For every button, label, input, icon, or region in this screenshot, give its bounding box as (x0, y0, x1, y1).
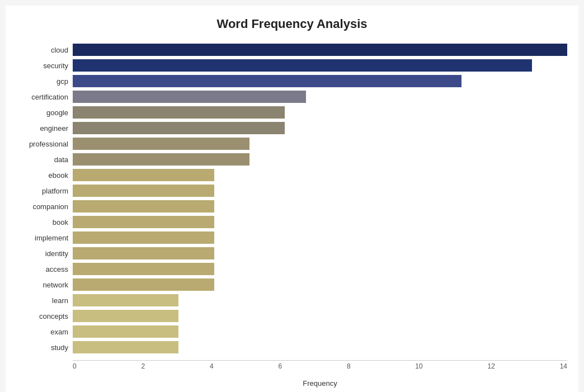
bar-track-wrapper (73, 122, 567, 134)
bar-fill (73, 59, 532, 72)
bar-track (73, 59, 567, 72)
bar-track (73, 138, 567, 150)
bar-row: professional (17, 136, 567, 151)
bar-fill (73, 200, 214, 212)
x-tick: 8 (347, 362, 351, 370)
bar-track (73, 247, 567, 259)
x-tick: 12 (487, 362, 494, 370)
bar-fill (73, 106, 285, 119)
bar-row: identity (17, 246, 567, 261)
x-tick: 4 (210, 362, 214, 370)
x-tick: 0 (73, 362, 77, 370)
x-tick: 2 (141, 362, 145, 370)
bar-label: professional (17, 140, 73, 148)
bar-track (73, 185, 567, 197)
bar-fill (73, 341, 178, 353)
bar-track-wrapper (73, 294, 567, 306)
bar-track-wrapper (73, 232, 567, 244)
bar-label: platform (17, 187, 73, 195)
bar-fill (73, 278, 214, 291)
bar-row: concepts (17, 309, 567, 323)
x-axis-area: 02468101214 (73, 360, 567, 377)
bar-label: implement (17, 234, 73, 242)
bar-track-wrapper (73, 278, 567, 291)
bar-row: google (17, 105, 567, 120)
bar-track (73, 294, 567, 306)
bar-label: network (17, 281, 73, 289)
bar-row: engineer (17, 121, 567, 135)
bar-fill (73, 185, 214, 197)
bar-track (73, 44, 567, 56)
bar-track (73, 232, 567, 244)
bar-track (73, 325, 567, 338)
bar-fill (73, 169, 214, 181)
bar-track-wrapper (73, 106, 567, 119)
bar-label: learn (17, 296, 73, 305)
bar-fill (73, 310, 178, 322)
bar-track (73, 153, 567, 166)
bar-fill (73, 138, 249, 150)
bar-track-wrapper (73, 185, 567, 197)
bar-row: network (17, 277, 567, 292)
bar-label: cloud (17, 46, 73, 54)
bar-label: gcp (17, 77, 73, 86)
bar-fill (73, 153, 249, 166)
bar-track (73, 200, 567, 212)
bar-label: exam (17, 328, 73, 336)
bar-track-wrapper (73, 247, 567, 259)
bar-track (73, 278, 567, 291)
bar-label: access (17, 265, 73, 273)
x-axis-label: Frequency (73, 379, 567, 388)
x-tick: 10 (415, 362, 422, 370)
chart-container: Word Frequency Analysis cloudsecuritygcp… (6, 6, 578, 392)
bar-row: certification (17, 89, 567, 104)
bar-label: book (17, 218, 73, 226)
bar-track (73, 122, 567, 134)
bar-track (73, 106, 567, 119)
bar-row: security (17, 58, 567, 73)
bar-fill (73, 263, 214, 275)
bar-track-wrapper (73, 91, 567, 103)
bar-fill (73, 247, 214, 259)
bar-track-wrapper (73, 310, 567, 322)
bar-row: learn (17, 293, 567, 308)
bar-track-wrapper (73, 138, 567, 150)
bar-track-wrapper (73, 216, 567, 228)
bar-fill (73, 91, 306, 103)
bar-label: google (17, 108, 73, 117)
bar-row: access (17, 262, 567, 276)
bar-row: cloud (17, 42, 567, 57)
bar-row: gcp (17, 74, 567, 88)
bar-label: data (17, 155, 73, 164)
bar-track-wrapper (73, 153, 567, 166)
bar-label: certification (17, 93, 73, 101)
bar-row: ebook (17, 168, 567, 182)
bar-track-wrapper (73, 200, 567, 212)
bar-track-wrapper (73, 325, 567, 338)
x-tick: 14 (560, 362, 567, 370)
x-ticks: 02468101214 (73, 360, 567, 370)
bar-label: study (17, 343, 73, 352)
x-tick: 6 (278, 362, 282, 370)
bar-track (73, 310, 567, 322)
bar-row: exam (17, 324, 567, 339)
bar-label: engineer (17, 124, 73, 133)
bar-track (73, 216, 567, 228)
bar-label: identity (17, 249, 73, 258)
bar-fill (73, 325, 178, 338)
bar-track-wrapper (73, 44, 567, 56)
x-axis-line (73, 360, 567, 361)
bar-track (73, 169, 567, 181)
bar-track-wrapper (73, 169, 567, 181)
bar-track-wrapper (73, 263, 567, 275)
bar-label: ebook (17, 171, 73, 180)
bar-row: study (17, 340, 567, 355)
bar-row: companion (17, 199, 567, 214)
bar-track (73, 75, 567, 87)
bar-track (73, 91, 567, 103)
bar-track-wrapper (73, 59, 567, 72)
bar-fill (73, 44, 567, 56)
bar-row: book (17, 215, 567, 229)
chart-title: Word Frequency Analysis (17, 17, 567, 31)
bar-fill (73, 232, 214, 244)
